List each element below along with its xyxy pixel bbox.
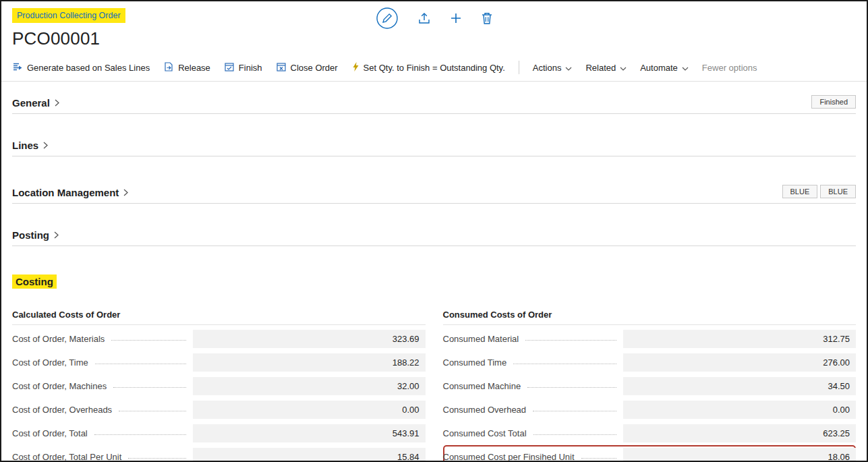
field-value[interactable]: 15.84 (193, 448, 426, 462)
section-lines-title: Lines (12, 140, 38, 151)
section-lines: Lines (1, 140, 867, 156)
dotted-leader (533, 411, 616, 411)
chevron-down-icon (565, 63, 572, 73)
set-qty-to-finish-button[interactable]: Set Qty. to Finish = Outstanding Qty. (351, 61, 505, 74)
dotted-leader (525, 340, 616, 341)
dotted-leader (111, 340, 185, 341)
related-menu[interactable]: Related (585, 63, 627, 73)
finish-icon (224, 61, 235, 74)
dotted-leader (119, 411, 185, 411)
toolbar-divider (519, 61, 519, 74)
field-label: Consumed Machine (443, 381, 521, 391)
page: Production Collecting Order PCO00001 Gen… (0, 0, 868, 462)
dotted-leader (113, 387, 185, 388)
field-label: Consumed Overhead (443, 405, 527, 415)
dotted-leader (128, 458, 185, 459)
field-value[interactable]: 312.75 (623, 330, 856, 348)
field-row-cost-materials: Cost of Order, Materials 323.69 (12, 327, 426, 351)
field-label: Cost of Order, Overheads (12, 405, 112, 415)
location-badge: BLUE (782, 185, 818, 198)
header-icon-bar (376, 7, 493, 30)
delete-icon[interactable] (481, 11, 493, 25)
dotted-leader (533, 434, 616, 435)
field-value[interactable]: 276.00 (623, 353, 856, 372)
chevron-right-icon (55, 97, 59, 109)
chevron-right-icon (123, 187, 128, 198)
field-label: Cost of Order, Total (12, 428, 88, 438)
section-location-management: Location Management BLUE BLUE (1, 185, 867, 204)
section-general-header[interactable]: General Finished (12, 95, 856, 114)
field-row-consumed-machine: Consumed Machine 34.50 (443, 374, 857, 398)
automate-menu[interactable]: Automate (640, 63, 689, 73)
field-row-consumed-cost-per-finished-unit: Consumed Cost per Finsihed Unit 18.06 (443, 445, 857, 462)
breadcrumb[interactable]: Production Collecting Order (12, 8, 125, 23)
field-value[interactable]: 0.00 (193, 401, 426, 419)
field-value[interactable]: 188.22 (193, 353, 426, 372)
chevron-right-icon (43, 140, 48, 151)
generate-icon (12, 61, 23, 74)
section-general: General Finished (1, 95, 867, 114)
edit-icon[interactable] (376, 7, 399, 30)
field-value[interactable]: 34.50 (623, 377, 856, 395)
section-posting-title: Posting (12, 229, 49, 241)
section-general-title: General (12, 97, 50, 109)
release-button[interactable]: Release (163, 61, 210, 74)
field-value[interactable]: 0.00 (623, 401, 856, 419)
field-row-consumed-overhead: Consumed Overhead 0.00 (443, 398, 857, 422)
actions-menu[interactable]: Actions (533, 63, 573, 73)
field-row-cost-time: Cost of Order, Time 188.22 (12, 351, 426, 374)
status-badge: Finished (811, 95, 856, 109)
dotted-leader (527, 387, 616, 388)
field-row-cost-machines: Cost of Order, Machines 32.00 (12, 374, 426, 398)
location-badge: BLUE (820, 185, 856, 198)
field-row-consumed-time: Consumed Time 276.00 (443, 351, 857, 374)
field-label: Consumed Material (443, 334, 519, 344)
field-row-cost-overheads: Cost of Order, Overheads 0.00 (12, 398, 426, 422)
field-value[interactable]: 623.25 (623, 424, 856, 442)
field-label: Cost of Order, Total Per Unit (12, 452, 121, 462)
fewer-options-button[interactable]: Fewer options (702, 63, 757, 73)
chevron-down-icon (682, 63, 689, 73)
field-label: Consumed Cost Total (443, 428, 527, 438)
field-value[interactable]: 543.91 (193, 424, 426, 442)
costing-columns: Calculated Costs of Order Cost of Order,… (1, 310, 867, 462)
action-toolbar: Generate based on Sales Lines Release Fi… (1, 55, 867, 82)
dotted-leader (581, 458, 616, 459)
section-location-management-header[interactable]: Location Management BLUE BLUE (12, 185, 856, 204)
field-value[interactable]: 18.06 (623, 448, 856, 462)
dotted-leader (94, 434, 186, 435)
finish-button[interactable]: Finish (224, 61, 262, 74)
section-costing-header[interactable]: Costing (12, 275, 856, 293)
section-lines-header[interactable]: Lines (12, 140, 856, 156)
section-costing-title: Costing (12, 275, 57, 289)
dotted-leader (95, 364, 186, 364)
section-posting: Posting (1, 229, 867, 246)
page-header: Production Collecting Order PCO00001 (1, 1, 867, 55)
generate-sales-lines-button[interactable]: Generate based on Sales Lines (12, 61, 150, 74)
field-value[interactable]: 323.69 (193, 330, 426, 348)
dotted-leader (513, 364, 616, 364)
field-label: Cost of Order, Machines (12, 381, 107, 391)
chevron-down-icon (620, 63, 627, 73)
field-row-consumed-material: Consumed Material 312.75 (443, 327, 857, 351)
section-costing: Costing (1, 275, 867, 293)
share-icon[interactable] (417, 11, 431, 25)
field-value[interactable]: 32.00 (193, 377, 426, 395)
close-order-button[interactable]: Close Order (276, 61, 338, 74)
field-row-consumed-cost-total: Consumed Cost Total 623.25 (443, 422, 857, 445)
close-order-icon (276, 61, 287, 74)
field-label: Cost of Order, Materials (12, 334, 105, 344)
lightning-icon (351, 61, 359, 74)
page-title: PCO00001 (12, 28, 856, 49)
add-icon[interactable] (450, 12, 462, 24)
calculated-costs-column: Calculated Costs of Order Cost of Order,… (12, 310, 426, 462)
field-label: Consumed Cost per Finsihed Unit (443, 452, 575, 462)
release-icon (163, 61, 174, 74)
calculated-costs-title: Calculated Costs of Order (12, 310, 426, 325)
field-row-cost-total: Cost of Order, Total 543.91 (12, 422, 426, 445)
field-label: Cost of Order, Time (12, 357, 88, 368)
consumed-costs-title: Consumed Costs of Order (443, 310, 857, 325)
section-posting-header[interactable]: Posting (12, 229, 856, 246)
consumed-costs-column: Consumed Costs of Order Consumed Materia… (443, 310, 857, 462)
field-row-cost-total-per-unit: Cost of Order, Total Per Unit 15.84 (12, 445, 426, 462)
